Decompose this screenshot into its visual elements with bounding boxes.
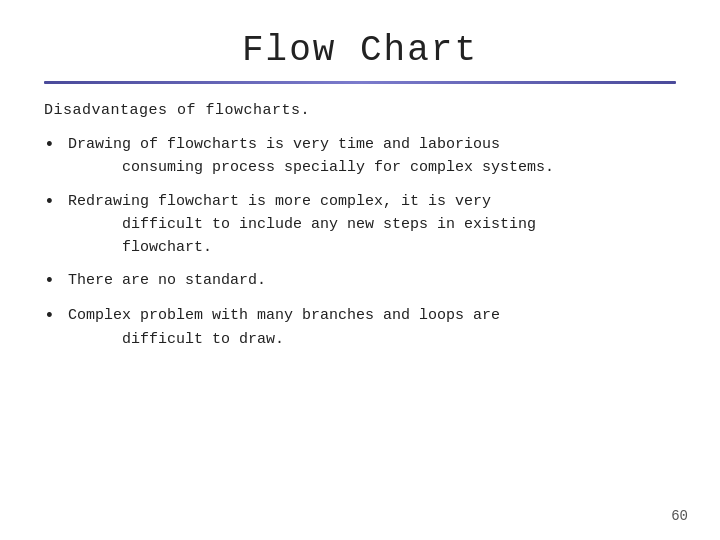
bullet-dot-4: •: [44, 304, 64, 329]
bullet-text-4: Complex problem with many branches and l…: [68, 304, 676, 351]
list-item: • Complex problem with many branches and…: [44, 304, 676, 351]
list-item: • There are no standard.: [44, 269, 676, 294]
slide-container: Flow Chart Disadvantages of flowcharts. …: [0, 0, 720, 540]
bullet-text-1: Drawing of flowcharts is very time and l…: [68, 133, 676, 180]
bullet-dot-1: •: [44, 133, 64, 158]
slide-divider: [44, 81, 676, 84]
slide-subtitle: Disadvantages of flowcharts.: [44, 102, 676, 119]
list-item: • Drawing of flowcharts is very time and…: [44, 133, 676, 180]
bullet-dot-3: •: [44, 269, 64, 294]
page-number: 60: [671, 508, 688, 524]
slide-title: Flow Chart: [44, 30, 676, 71]
bullet-list: • Drawing of flowcharts is very time and…: [44, 133, 676, 351]
title-area: Flow Chart: [44, 30, 676, 71]
bullet-text-3: There are no standard.: [68, 269, 676, 292]
bullet-text-2: Redrawing flowchart is more complex, it …: [68, 190, 676, 260]
list-item: • Redrawing flowchart is more complex, i…: [44, 190, 676, 260]
bullet-dot-2: •: [44, 190, 64, 215]
